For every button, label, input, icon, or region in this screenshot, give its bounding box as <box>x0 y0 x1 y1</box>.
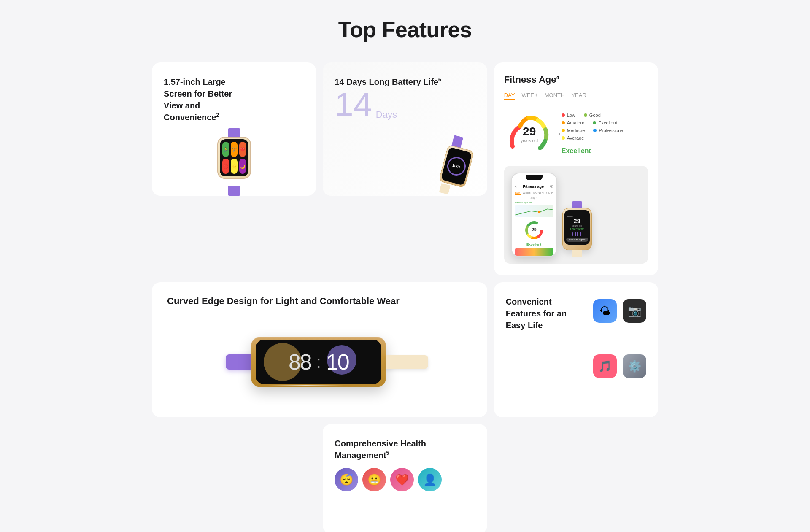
app-icon-5: ⭐ <box>231 159 238 174</box>
phone-tab-month[interactable]: MONTH <box>533 191 544 195</box>
watch-measure-button[interactable]: Measure again <box>566 238 588 242</box>
watch-band-bottom <box>228 186 240 196</box>
slim-watch-screen: 100+ <box>440 147 472 186</box>
dot-average <box>562 136 565 140</box>
legend-mediocre: Medircre <box>562 128 585 133</box>
battery-indicator: 100+ <box>445 155 468 178</box>
slim-band-bottom <box>439 183 450 194</box>
clock-hours: 88 <box>289 349 311 375</box>
shine-line <box>268 385 344 386</box>
sleep-icon: 😴 <box>335 468 358 491</box>
convenient-title: Convenient Features for an Easy Life <box>506 296 585 331</box>
legend-col-4: Average <box>562 135 624 140</box>
legend-col-2: Amateur Excellent <box>562 120 624 125</box>
page-container: Top Features 1.57-inch Large Screen for … <box>152 17 658 532</box>
phone-tab-day[interactable]: DAY <box>515 191 521 195</box>
music-icon: 🎵 <box>593 354 617 378</box>
band-right <box>386 355 428 369</box>
card-convenient: Convenient Features for an Easy Life 🌤 📷… <box>494 282 658 417</box>
legend-col-3: Medircre Professional <box>562 128 624 133</box>
watch-band-bottom-small <box>572 250 582 257</box>
camera-icon: 📷 <box>623 299 646 323</box>
watch-band-top-small <box>572 201 582 208</box>
phone-tab-year[interactable]: YEAR <box>545 191 554 195</box>
dot-professional <box>593 129 597 132</box>
chart-svg <box>515 205 553 217</box>
legend-average: Average <box>562 135 584 140</box>
spacer-2 <box>494 424 658 532</box>
watch-age: 29 <box>574 218 580 224</box>
phone-date: July 1 <box>515 197 553 200</box>
big-watch-body: 88 : 10 <box>251 337 386 387</box>
tab-day[interactable]: DAY <box>504 92 515 100</box>
battery-watch-container: 100+ <box>335 122 475 196</box>
slim-watch: 100+ <box>430 133 482 196</box>
gauge-wrapper: 29 years old › <box>504 108 555 159</box>
dot-excellent <box>593 121 596 124</box>
watch-status: Excellent <box>570 227 583 231</box>
phone-content: ‹ Fitness age ⓘ DAY WEEK MONTH YEAR July… <box>512 182 556 257</box>
user-icon: 👤 <box>418 468 442 491</box>
big-watch-screen: 88 : 10 <box>256 340 381 384</box>
watch-screen: 🏃 🏋 ❤️ 🔴 ⭐ 🌙 <box>220 139 248 176</box>
health-text: Comprehensive Health Management5 😴 😬 ❤️ … <box>335 437 475 520</box>
settings-icon: ⚙️ <box>623 354 646 378</box>
clock-separator: : <box>316 353 321 372</box>
legend-col-1: Low Good <box>562 113 624 118</box>
convenient-text: Convenient Features for an Easy Life <box>506 296 585 404</box>
small-watch-screen: 10:05 29 years old Excellent Measure aga… <box>564 210 590 245</box>
tab-week[interactable]: WEEK <box>521 92 537 100</box>
phone-fitness-age-line: Fitness age 29 <box>515 201 553 204</box>
page-title: Top Features <box>152 17 658 42</box>
heart-icon: ❤️ <box>390 468 414 491</box>
card-health: Comprehensive Health Management5 😴 😬 ❤️ … <box>323 424 487 532</box>
health-title: Comprehensive Health Management5 <box>335 437 475 461</box>
legend-good: Good <box>584 113 601 118</box>
dot-low <box>562 113 565 117</box>
phone-fitness-age-title: Fitness age <box>523 184 544 189</box>
big-watch-wrap: 88 : 10 <box>226 320 428 404</box>
watch-band-top <box>228 128 240 138</box>
curved-watch-display: 88 : 10 <box>167 307 487 417</box>
health-icons-row: 😴 😬 ❤️ 👤 <box>335 468 475 491</box>
phone-header-row: ‹ Fitness age ⓘ <box>515 184 553 189</box>
small-watch-body: 10:05 29 years old Excellent Measure aga… <box>562 208 592 250</box>
legend-excellent: Excellent <box>593 120 617 125</box>
phone-tab-week[interactable]: WEEK <box>523 191 532 195</box>
watch-illustration: 🏃 🏋 ❤️ 🔴 ⭐ 🌙 <box>209 128 259 196</box>
svg-point-0 <box>538 211 540 213</box>
phone-notch <box>526 175 543 180</box>
legend-amateur: Amateur <box>562 120 585 125</box>
phone-tabs-row: DAY WEEK MONTH YEAR <box>515 191 553 195</box>
extra-bottom-grid: Comprehensive Health Management5 😴 😬 ❤️ … <box>152 424 658 532</box>
dot-good <box>584 113 587 117</box>
gauge-arrow-icon: › <box>558 130 560 138</box>
phone-excellent-text: Excellent <box>515 243 553 246</box>
phone-donut-gauge: 29 <box>524 220 545 241</box>
stress-icon: 😬 <box>362 468 386 491</box>
phone-color-bars <box>515 248 553 257</box>
app-icon-6: 🌙 <box>239 159 246 174</box>
weather-icon: 🌤 <box>593 299 617 323</box>
card-screen: 1.57-inch Large Screen for Better View a… <box>152 62 316 196</box>
fitness-legend: Low Good Amateur <box>562 113 624 155</box>
watch-body: 🏃 🏋 ❤️ 🔴 ⭐ 🌙 <box>217 137 251 179</box>
app-icon-3: ❤️ <box>239 142 246 157</box>
tab-year[interactable]: YEAR <box>571 92 586 100</box>
slim-watch-body: 100+ <box>438 144 474 188</box>
fitness-gauge-area: 29 years old › Low Good <box>504 108 648 159</box>
legend-low: Low <box>562 113 575 118</box>
app-icon-4: 🔴 <box>222 159 229 174</box>
svg-text:29: 29 <box>532 227 537 232</box>
gauge-center: 29 years old <box>521 125 538 143</box>
top-grid: 1.57-inch Large Screen for Better View a… <box>152 62 658 275</box>
gauge-container: 29 years old <box>504 108 555 159</box>
card-fitness: Fitness Age4 DAY WEEK MONTH YEAR <box>494 62 658 275</box>
tab-month[interactable]: MONTH <box>545 92 565 100</box>
watch-time: 10:05 <box>564 213 576 218</box>
feature-icons-grid: 🌤 📷 🎵 ⚙️ <box>593 299 646 404</box>
watch-color-dots <box>572 232 582 236</box>
phone-back-button[interactable]: ‹ <box>515 184 517 189</box>
legend-professional: Professional <box>593 128 624 133</box>
card-battery: 14 Days Long Battery Life6 14 Days 100+ <box>323 62 487 196</box>
